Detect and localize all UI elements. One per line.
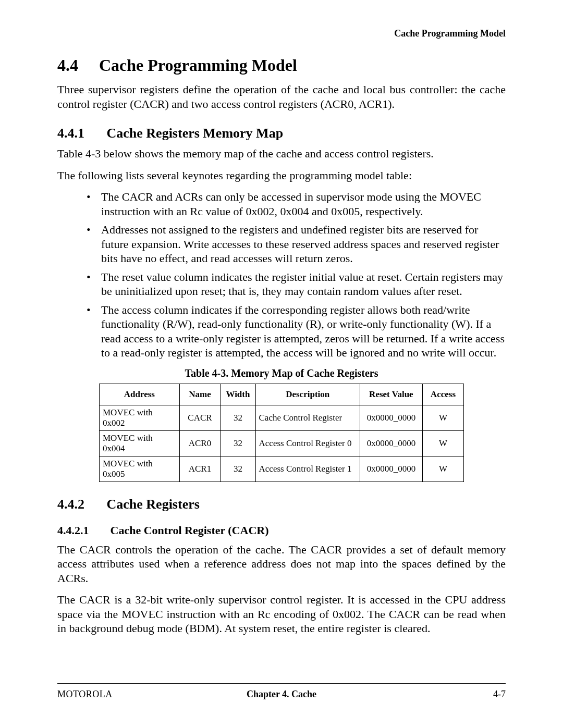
cell-access: W [422,405,463,430]
section-intro: Three supervisor registers define the op… [57,82,506,111]
table-row: MOVEC with 0x004 ACR0 32 Access Control … [100,430,464,456]
cell-width: 32 [221,456,255,482]
cell-width: 32 [221,405,255,430]
subsection-title: Cache Registers [107,497,200,512]
cell-name: ACR1 [179,456,221,482]
col-header-description: Description [255,384,360,405]
col-header-address: Address [100,384,180,405]
cache-registers-table: Address Name Width Description Reset Val… [99,384,464,482]
cell-address: MOVEC with 0x004 [100,430,180,456]
list-item: The CACR and ACRs can only be accessed i… [87,190,506,218]
table-row: MOVEC with 0x002 CACR 32 Cache Control R… [100,405,464,430]
para-4421-1: The CACR controls the operation of the c… [57,542,506,586]
cell-name: CACR [179,405,221,430]
cell-description: Access Control Register 1 [255,456,360,482]
list-item: The access column indicates if the corre… [87,303,506,360]
cell-address: MOVEC with 0x005 [100,456,180,482]
subsection-number: 4.4.1 [57,126,103,141]
para-4421-2: The CACR is a 32-bit write-only supervis… [57,593,506,636]
cell-name: ACR0 [179,430,221,456]
cell-reset: 0x0000_0000 [360,456,422,482]
subsubsection-heading-4-4-2-1: 4.4.2.1 Cache Control Register (CACR) [57,524,506,537]
cell-reset: 0x0000_0000 [360,405,422,430]
col-header-access: Access [422,384,463,405]
table-header-row: Address Name Width Description Reset Val… [100,384,464,405]
section-number: 4.4 [57,56,95,75]
subsection-heading-4-4-1: 4.4.1 Cache Registers Memory Map [57,126,506,141]
table-row: MOVEC with 0x005 ACR1 32 Access Control … [100,456,464,482]
subsection-heading-4-4-2: 4.4.2 Cache Registers [57,497,506,512]
page: Cache Programming Model 4.4 Cache Progra… [0,0,563,728]
footer-center: Chapter 4. Cache [207,689,357,700]
para-441-2: The following lists several keynotes reg… [57,168,506,183]
col-header-width: Width [221,384,255,405]
col-header-name: Name [179,384,221,405]
cell-description: Access Control Register 0 [255,430,360,456]
subsubsection-title: Cache Control Register (CACR) [111,524,269,537]
para-441-1: Table 4-3 below shows the memory map of … [57,146,506,161]
section-heading-4-4: 4.4 Cache Programming Model [57,56,506,75]
running-head: Cache Programming Model [57,28,506,39]
cell-access: W [422,430,463,456]
col-header-reset: Reset Value [360,384,422,405]
cell-reset: 0x0000_0000 [360,430,422,456]
cell-access: W [422,456,463,482]
footer-right: 4-7 [356,689,506,700]
page-footer: MOTOROLA Chapter 4. Cache 4-7 [57,683,506,700]
list-item: The reset value column indicates the reg… [87,270,506,299]
subsubsection-number: 4.4.2.1 [57,524,107,537]
subsection-number: 4.4.2 [57,497,103,512]
cell-address: MOVEC with 0x002 [100,405,180,430]
footer-left: MOTOROLA [57,689,207,700]
subsection-title: Cache Registers Memory Map [107,126,284,141]
cell-width: 32 [221,430,255,456]
list-item: Addresses not assigned to the registers … [87,223,506,266]
section-title: Cache Programming Model [99,56,297,75]
keynotes-list: The CACR and ACRs can only be accessed i… [57,190,506,360]
cell-description: Cache Control Register [255,405,360,430]
table-caption: Table 4-3. Memory Map of Cache Registers [57,367,506,379]
